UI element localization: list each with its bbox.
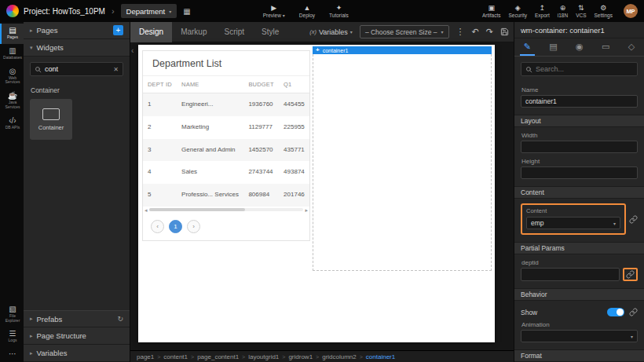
widgets-accordion-label: Widgets <box>37 43 64 52</box>
breadcrumb-item[interactable]: page_content1 <box>197 353 239 360</box>
scrollbar-thumb[interactable] <box>149 208 245 211</box>
partial-params-section-header[interactable]: Partial Params <box>514 242 644 254</box>
bindings-tab[interactable]: ◉ <box>572 38 587 56</box>
add-page-button[interactable]: + <box>113 25 123 35</box>
kebab-menu-icon[interactable]: ⋮ <box>456 27 465 36</box>
breadcrumb-item[interactable]: gridcolumn2 <box>322 353 357 360</box>
department-list-widget[interactable]: Department List DEPT ID NAME BUDGET Q1 <box>142 50 310 241</box>
page-structure-accordion[interactable]: ▸ Page Structure <box>24 327 130 345</box>
clear-search-icon[interactable]: ✕ <box>113 66 119 73</box>
sidebar-item-db-apis[interactable]: ‹/› DB APIs <box>0 114 24 134</box>
page-selector-dropdown[interactable]: Department ▾ <box>121 4 177 18</box>
next-page-button[interactable]: › <box>187 220 200 233</box>
layout-section-header[interactable]: Layout <box>514 115 644 127</box>
animation-select[interactable]: ▾ <box>521 330 638 342</box>
page-grid-icon[interactable]: ▦ <box>183 7 190 16</box>
table-row[interactable]: 1 Engineeri... 1936760 445455 <box>143 93 309 116</box>
save-icon[interactable] <box>500 27 509 36</box>
prefabs-accordion[interactable]: ▸ Prefabs ↻ <box>24 310 130 327</box>
breadcrumb-item[interactable]: content1 <box>163 353 188 360</box>
widget-search-input[interactable]: cont ✕ <box>30 62 123 76</box>
bind-content-icon[interactable] <box>629 215 638 224</box>
tab-design[interactable]: Design <box>130 22 172 42</box>
undo-icon[interactable]: ↶ <box>472 27 479 36</box>
page-number-button[interactable]: 1 <box>169 220 182 233</box>
behavior-section-header[interactable]: Behavior <box>514 288 644 301</box>
selected-container[interactable]: + container1 <box>313 46 492 271</box>
sidebar-item-file-explorer[interactable]: ▧ File Explorer <box>0 302 24 327</box>
settings-label: Settings <box>595 13 613 18</box>
styles-tab[interactable]: ▤ <box>545 38 561 56</box>
pages-accordion[interactable]: ▸ Pages + <box>24 22 130 39</box>
container-selection-bar[interactable]: + container1 <box>313 46 492 54</box>
collapse-panel-icon[interactable]: ‹ <box>131 46 134 55</box>
scrollbar-track[interactable] <box>149 208 304 211</box>
redo-icon[interactable]: ↷ <box>486 27 493 36</box>
tutorials-icon: ✦ <box>336 5 342 12</box>
table-row[interactable]: 4 Sales 2743744 493874 <box>143 161 309 184</box>
height-field[interactable] <box>521 166 638 179</box>
caret-right-icon: ▸ <box>30 350 33 357</box>
table-row[interactable]: 2 Marketing 1129777 225955 <box>143 116 309 139</box>
deptid-field[interactable] <box>521 268 620 281</box>
wavemaker-logo-icon[interactable] <box>6 5 19 17</box>
bind-show-icon[interactable] <box>629 308 638 316</box>
sidebar-item-pages[interactable]: ▤ Pages <box>0 24 24 44</box>
artifacts-button[interactable]: ▣ Artifacts <box>482 5 500 18</box>
breadcrumb-item-active[interactable]: container1 <box>366 353 395 360</box>
rail-label: Logs <box>9 338 17 343</box>
ellipsis-icon: ⋯ <box>9 350 16 358</box>
breadcrumb-item[interactable]: layoutgrid1 <box>248 353 279 360</box>
horizontal-scrollbar[interactable]: ◂ ▸ <box>143 207 309 214</box>
device-tab[interactable]: ▭ <box>598 38 613 56</box>
properties-search-input[interactable]: Search... <box>521 62 638 76</box>
sidebar-item-more[interactable]: ⋯ <box>0 347 24 362</box>
code-icon: ‹/› <box>9 117 16 125</box>
container-widget-tile[interactable]: Container <box>30 99 72 140</box>
vcs-button[interactable]: ⇅ VCS <box>576 5 586 18</box>
content-select[interactable]: emp ▾ <box>526 217 620 229</box>
tab-style[interactable]: Style <box>253 22 287 42</box>
page-canvas[interactable]: + container1 Department List DEPT ID NAM… <box>138 45 495 342</box>
screen-size-select[interactable]: – Choose Screen Size – ▾ <box>360 25 449 38</box>
prev-page-button[interactable]: ‹ <box>151 220 164 233</box>
tutorials-button[interactable]: ✦ Tutorials <box>329 5 349 18</box>
content-section-header[interactable]: Content <box>514 186 644 199</box>
tab-markup[interactable]: Markup <box>172 22 215 42</box>
tab-script[interactable]: Script <box>216 22 254 42</box>
conditions-tab[interactable]: ◇ <box>624 38 639 56</box>
properties-tab[interactable]: ✎ <box>520 38 535 56</box>
scroll-left-icon[interactable]: ◂ <box>145 207 148 213</box>
user-avatar[interactable]: MP <box>624 4 638 18</box>
animation-label: Animation <box>521 321 637 328</box>
deploy-button[interactable]: ▲ Deploy <box>299 5 315 18</box>
export-button[interactable]: ↥ Export <box>535 5 550 18</box>
column-header: Q1 <box>279 76 309 93</box>
sidebar-item-logs[interactable]: ☰ Logs <box>0 327 24 347</box>
widgets-accordion[interactable]: ▾ Widgets <box>24 39 130 57</box>
i18n-button[interactable]: ⊕ i18N <box>558 5 568 18</box>
show-toggle[interactable] <box>607 308 624 316</box>
bind-deptid-highlight[interactable] <box>623 268 638 281</box>
breadcrumb-item[interactable]: gridrow1 <box>288 353 313 360</box>
sidebar-item-web-services[interactable]: ◎ Web Services <box>0 64 24 90</box>
preview-button[interactable]: ▶ Preview▾ <box>263 5 285 18</box>
table-row[interactable]: 3 General and Admin 1452570 435771 <box>143 139 309 162</box>
name-field[interactable]: container1 <box>521 95 638 108</box>
refresh-icon[interactable]: ↻ <box>117 315 123 323</box>
i18n-label: i18N <box>558 13 568 18</box>
variables-accordion[interactable]: ▸ Variables <box>24 345 130 362</box>
scroll-right-icon[interactable]: ▸ <box>305 207 308 213</box>
settings-button[interactable]: ⚙ Settings <box>595 5 613 18</box>
format-section-header[interactable]: Format <box>514 349 644 362</box>
rail-label: File Explorer <box>2 314 24 324</box>
breadcrumb-item[interactable]: page1 <box>137 353 154 360</box>
height-label: Height <box>521 158 637 165</box>
container-drop-region[interactable] <box>313 54 492 271</box>
sidebar-item-databases[interactable]: ▥ Databases <box>0 44 24 64</box>
table-row[interactable]: 5 Professio... Services 806984 201746 <box>143 184 309 207</box>
security-button[interactable]: ◈ Security <box>508 5 526 18</box>
width-field[interactable] <box>521 141 638 153</box>
sidebar-item-java-services[interactable]: ☕ Java Services <box>0 89 24 114</box>
variables-button[interactable]: (x) Variables ▾ <box>309 28 353 36</box>
